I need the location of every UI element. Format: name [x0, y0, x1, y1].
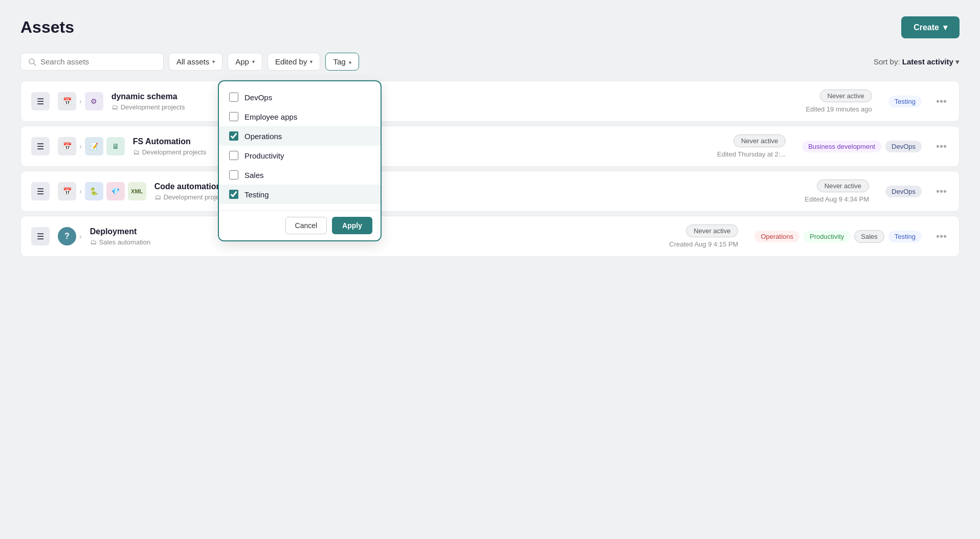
status-badge: Never active	[733, 134, 786, 147]
pipeline-node-1: ?	[58, 227, 76, 245]
arrow-icon: ›	[79, 187, 82, 195]
more-options-button[interactable]: •••	[934, 184, 949, 199]
pipeline-node-3: 🖥	[106, 137, 125, 155]
card-info: dynamic schema 🗂 Development projects	[112, 92, 751, 111]
tag-option-operations[interactable]: Operations	[219, 126, 381, 146]
filter-app-button[interactable]: App ▾	[228, 53, 262, 71]
asset-name: dynamic schema	[112, 92, 751, 101]
status-badge: Never active	[686, 224, 738, 237]
asset-card: ☰ 📅 › 📝 🖥 FS Automation 🗂 Development pr…	[20, 126, 960, 167]
pipeline-icons: 📅 › 🐍 💎 XML	[58, 182, 146, 200]
tag-dropdown-footer: Cancel Apply	[219, 210, 381, 240]
tag-badge: DevOps	[885, 186, 922, 197]
asset-collection: 🗂 Development projects	[112, 103, 751, 111]
page-title: Assets	[20, 18, 74, 37]
tag-checkbox-sales[interactable]	[229, 170, 238, 179]
tag-badge: Testing	[888, 96, 922, 107]
tag-checkbox-employee-apps[interactable]	[229, 112, 238, 121]
search-input[interactable]	[40, 57, 156, 66]
pipeline-icons: 📅 › ⚙	[58, 92, 103, 110]
tag-badge: DevOps	[885, 141, 922, 152]
edit-time: Created Aug 9 4:15 PM	[669, 240, 738, 248]
sort-label: Sort by: Latest activity ▾	[874, 57, 960, 66]
tag-badge: Business development	[802, 141, 881, 152]
asset-card: ☰ ? › Deployment 🗂 Sales automation Neve…	[20, 216, 960, 257]
pipeline-node-2: 🐍	[85, 182, 103, 200]
pipeline-node-2: 📝	[85, 137, 103, 155]
tag-checkbox-devops[interactable]	[229, 93, 238, 102]
tag-badge: Testing	[888, 231, 922, 242]
asset-type-icon: ☰	[31, 182, 50, 200]
tag-badge: Operations	[754, 231, 799, 242]
search-icon	[28, 58, 36, 66]
arrow-icon: ›	[79, 232, 82, 240]
card-tags: Testing	[888, 96, 922, 107]
asset-type-icon: ☰	[31, 137, 50, 155]
tag-option-devops[interactable]: DevOps	[219, 87, 381, 107]
pipeline-node-1: 📅	[58, 182, 76, 200]
tag-option-testing[interactable]: Testing	[219, 185, 381, 204]
tag-option-productivity[interactable]: Productivity	[219, 146, 381, 165]
edit-time: Edited 19 minutes ago	[806, 105, 872, 113]
edit-time: Edited Aug 9 4:34 PM	[805, 195, 869, 203]
tag-option-employee-apps[interactable]: Employee apps	[219, 107, 381, 126]
pipeline-icons: ? ›	[58, 227, 82, 245]
filter-edited-by-button[interactable]: Edited by ▾	[268, 53, 321, 71]
card-status: Never active Edited Aug 9 4:34 PM	[756, 179, 869, 203]
filter-all-assets-button[interactable]: All assets ▾	[169, 53, 222, 71]
tag-option-sales[interactable]: Sales	[219, 165, 381, 185]
pipeline-node-2: ⚙	[85, 92, 103, 110]
arrow-icon: ›	[79, 97, 82, 105]
pipeline-node-4: XML	[128, 182, 146, 200]
edit-time: Edited Thursday at 2:...	[717, 150, 786, 158]
asset-type-icon: ☰	[31, 227, 50, 245]
apply-button[interactable]: Apply	[332, 217, 372, 234]
card-tags: DevOps	[885, 186, 922, 197]
tag-checkbox-testing[interactable]	[229, 190, 238, 199]
tag-options-list: DevOps Employee apps Operations Producti…	[219, 81, 381, 210]
asset-card: ☰ 📅 › 🐍 💎 XML Code automation 🗂 Developm…	[20, 171, 960, 212]
asset-collection: 🗂 Development projects	[133, 148, 665, 156]
pipeline-node-1: 📅	[58, 92, 76, 110]
asset-list: ☰ 📅 › ⚙ dynamic schema 🗂 Development pro…	[20, 81, 960, 257]
svg-line-1	[34, 63, 36, 65]
tag-checkbox-productivity[interactable]	[229, 151, 238, 160]
pipeline-node-1: 📅	[58, 137, 76, 155]
card-status: Never active Edited Thursday at 2:...	[673, 134, 786, 158]
tag-checkbox-operations[interactable]	[229, 131, 238, 141]
search-box	[20, 53, 164, 71]
card-info: FS Automation 🗂 Development projects	[133, 137, 665, 156]
more-options-button[interactable]: •••	[934, 139, 949, 154]
cancel-button[interactable]: Cancel	[285, 217, 327, 234]
tag-dropdown: DevOps Employee apps Operations Producti…	[218, 80, 382, 241]
pipeline-node-3: 💎	[106, 182, 125, 200]
arrow-icon: ›	[79, 142, 82, 150]
card-status: Never active Edited 19 minutes ago	[760, 89, 872, 113]
card-tags: Operations Productivity Sales Testing	[754, 230, 922, 243]
asset-card: ☰ 📅 › ⚙ dynamic schema 🗂 Development pro…	[20, 81, 960, 122]
tag-badge: Sales	[854, 230, 884, 243]
create-button[interactable]: Create ▾	[901, 16, 960, 38]
toolbar: All assets ▾ App ▾ Edited by ▾ Tag ▴ Dev…	[20, 53, 960, 71]
status-badge: Never active	[820, 89, 872, 102]
asset-name: FS Automation	[133, 137, 665, 146]
card-status: Never active Created Aug 9 4:15 PM	[626, 224, 738, 248]
more-options-button[interactable]: •••	[934, 229, 949, 244]
more-options-button[interactable]: •••	[934, 94, 949, 109]
status-badge: Never active	[817, 179, 869, 192]
pipeline-icons: 📅 › 📝 🖥	[58, 137, 125, 155]
filter-tag-button[interactable]: Tag ▴	[325, 53, 359, 71]
card-tags: Business development DevOps	[802, 141, 922, 152]
tag-badge: Productivity	[804, 231, 850, 242]
asset-type-icon: ☰	[31, 92, 50, 110]
